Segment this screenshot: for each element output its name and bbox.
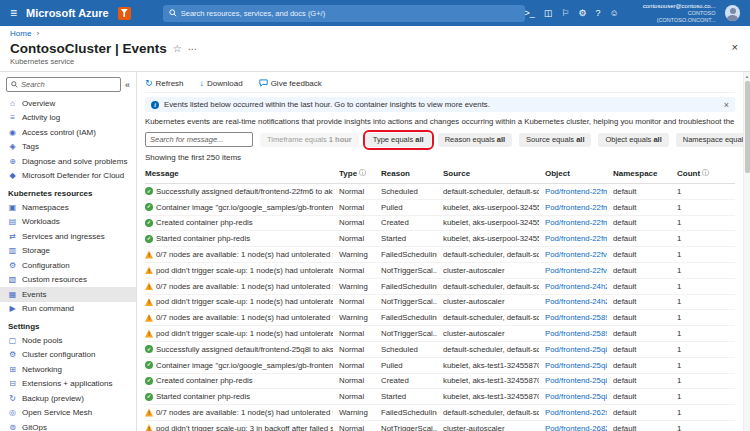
table-row[interactable]: !pod didn't trigger scale-up: 3 in backo… [145,421,735,431]
more-options-icon[interactable]: ⋯ [188,44,198,54]
object-link[interactable]: Pod/frontend-25q8l [545,361,607,370]
sidebar-item-networking[interactable]: ⊞Networking [0,362,136,377]
global-search[interactable] [163,5,525,22]
table-row[interactable]: !pod didn't trigger scale-up: 1 node(s) … [145,295,735,311]
breadcrumb: Home › [0,26,750,40]
object-link[interactable]: Pod/frontend-22fvg [545,250,607,259]
table-row[interactable]: !pod didn't trigger scale-up: 1 node(s) … [145,326,735,342]
object-link[interactable]: Pod/frontend-25q8l [545,345,607,354]
help-icon[interactable]: ? [595,9,600,18]
message-search-input[interactable] [145,132,253,147]
object-link[interactable]: Pod/frontend-24h22 [545,282,607,291]
menu-icon[interactable]: ≡ [10,6,17,20]
object-link[interactable]: Pod/frontend-262xl [545,408,607,417]
table-row[interactable]: ✓Created container php-redisNormalCreate… [145,374,735,390]
filter-pill-namespace-equals[interactable]: Namespace equals all [676,133,743,147]
refresh-button[interactable]: ↻ Refresh [145,79,184,88]
filter-pill-type-equals[interactable]: Type equals all [366,133,431,147]
vertical-scrollbar[interactable]: ▴ [743,72,750,431]
count-cell: 1 [677,313,713,322]
sidebar-item-workloads[interactable]: ▤Workloads [0,215,136,230]
filter-pill-reason-equals[interactable]: Reason equals all [438,133,512,147]
table-row[interactable]: ✓Successfully assigned default/frontend-… [145,184,735,200]
table-row[interactable]: !pod didn't trigger scale-up: 1 node(s) … [145,263,735,279]
table-row[interactable]: ✓Started container php-redisNormalStarte… [145,231,735,247]
column-header-type[interactable]: Typeⓘ [339,168,375,178]
object-link[interactable]: Pod/frontend-22fvg [545,266,607,275]
table-row[interactable]: ✓Container image "gcr.io/google_samples/… [145,200,735,216]
sidebar-item-run-command[interactable]: ▶Run command [0,302,136,317]
column-header-namespace[interactable]: Namespace [613,169,671,178]
directory-icon[interactable]: ◫ [544,9,553,18]
object-link[interactable]: Pod/frontend-25q8l [545,392,607,401]
gitops-icon: ⊚ [8,423,17,431]
object-link[interactable]: Pod/frontend-26825 [545,424,607,431]
object-link[interactable]: Pod/frontend-25899 [545,313,607,322]
cloud-shell-icon[interactable]: >_ [525,9,535,18]
feedback-icon[interactable]: ☺ [610,9,619,18]
table-row[interactable]: !0/7 nodes are available: 1 node(s) had … [145,247,735,263]
sidebar-item-storage[interactable]: ▥Storage [0,244,136,259]
banner-close-icon[interactable]: × [724,100,729,110]
column-header-reason[interactable]: Reason [381,169,437,178]
column-header-count[interactable]: Countⓘ [677,168,713,178]
filter-pill-timeframe-equals[interactable]: Timeframe equals 1 hour [260,133,359,147]
sidebar-item-extensions-applications[interactable]: ⊟Extensions + applications [0,377,136,392]
source-cell: default-scheduler, default-sched... [443,313,539,322]
scrollbar-thumb[interactable] [745,81,750,173]
sidebar-item-custom-resources[interactable]: ▧Custom resources [0,273,136,288]
column-header-object[interactable]: Object [545,169,607,178]
sidebar-item-gitops[interactable]: ⊚GitOps [0,420,136,431]
close-blade-icon[interactable]: × [730,41,740,53]
success-icon: ✓ [145,361,153,369]
settings-icon[interactable]: ⚙ [578,9,586,18]
sidebar-item-diagnose-and-solve-problems[interactable]: ⊕Diagnose and solve problems [0,154,136,169]
give-feedback-button[interactable]: Give feedback [259,79,322,88]
global-search-input[interactable] [181,9,519,18]
object-link[interactable]: Pod/frontend-24h22 [545,297,607,306]
account-info[interactable]: contosouser@contoso.co... CONTOSO (CONTO… [631,3,716,24]
table-row[interactable]: ✓Created container php-redisNormalCreate… [145,216,735,232]
sidebar-search-input[interactable] [21,80,116,89]
sidebar-item-open-service-mesh[interactable]: ◎Open Service Mesh [0,406,136,421]
azure-brand[interactable]: Microsoft Azure [26,7,109,19]
table-row[interactable]: !0/7 nodes are available: 1 node(s) had … [145,310,735,326]
object-link[interactable]: Pod/frontend-22fm6 [545,187,607,196]
avatar[interactable] [725,5,740,21]
sidebar-item-overview[interactable]: ⌂Overview [0,96,136,111]
scroll-up-icon[interactable]: ▴ [744,73,750,79]
sidebar-item-backup-preview[interactable]: ↻Backup (preview) [0,391,136,406]
sidebar-item-events[interactable]: ▦Events [0,287,136,302]
download-button[interactable]: ↓ Download [200,79,243,88]
sidebar-item-activity-log[interactable]: ≡Activity log [0,111,136,126]
table-row[interactable]: !0/7 nodes are available: 1 node(s) had … [145,279,735,295]
object-link[interactable]: Pod/frontend-22fm6 [545,218,607,227]
object-link[interactable]: Pod/frontend-25899 [545,329,607,338]
filter-pill-object-equals[interactable]: Object equals all [598,133,668,147]
notifications-icon[interactable]: ⚐ [561,9,569,18]
collapse-sidebar-icon[interactable]: « [125,80,130,90]
column-header-message[interactable]: Message [145,169,333,178]
column-header-source[interactable]: Source [443,169,539,178]
sidebar-item-configuration[interactable]: ⚙Configuration [0,258,136,273]
sidebar-item-services-and-ingresses[interactable]: ⇄Services and ingresses [0,229,136,244]
table-row[interactable]: ✓Started container php-redisNormalStarte… [145,389,735,405]
table-row[interactable]: !0/7 nodes are available: 1 node(s) had … [145,405,735,421]
breadcrumb-home-link[interactable]: Home [10,29,31,38]
type-cell: Normal [339,361,375,370]
sidebar-item-access-control-iam[interactable]: ◉Access control (IAM) [0,125,136,140]
lab-icon[interactable] [118,7,131,20]
table-row[interactable]: ✓Successfully assigned default/frontend-… [145,342,735,358]
sidebar-item-tags[interactable]: ◈Tags [0,140,136,155]
sidebar-item-cluster-configuration[interactable]: ⚙Cluster configuration [0,348,136,363]
sidebar-search[interactable] [6,77,121,92]
sidebar-item-microsoft-defender-for-cloud[interactable]: ◆Microsoft Defender for Cloud [0,169,136,184]
favorite-star-icon[interactable]: ☆ [173,43,182,54]
object-link[interactable]: Pod/frontend-22fm6 [545,234,607,243]
table-row[interactable]: ✓Container image "gcr.io/google_samples/… [145,358,735,374]
sidebar-item-node-pools[interactable]: ▢Node pools [0,333,136,348]
object-link[interactable]: Pod/frontend-25q8l [545,376,607,385]
object-link[interactable]: Pod/frontend-22fm6 [545,203,607,212]
filter-pill-source-equals[interactable]: Source equals all [519,133,591,147]
sidebar-item-namespaces[interactable]: ▣Namespaces [0,200,136,215]
